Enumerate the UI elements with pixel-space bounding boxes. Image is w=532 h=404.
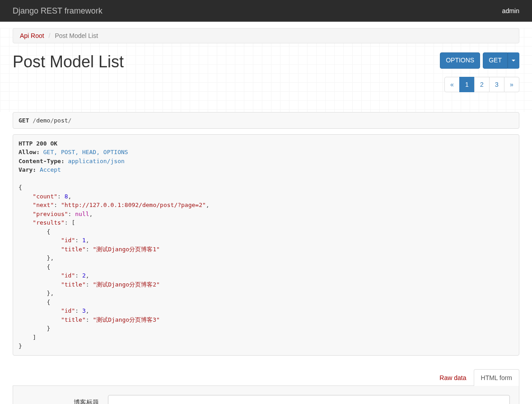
page-2[interactable]: 2	[474, 77, 490, 92]
ctype-label: Content-Type:	[19, 158, 65, 164]
path-sep: /	[68, 117, 72, 124]
response-body: { "count": 8, "next": "http://127.0.0.1:…	[19, 184, 210, 349]
page-3[interactable]: 3	[489, 77, 504, 92]
allow-value: GET, POST, HEAD, OPTIONS	[43, 149, 128, 155]
response-info: HTTP 200 OK Allow: GET, POST, HEAD, OPTI…	[13, 134, 519, 356]
ctype-value: application/json	[68, 158, 125, 164]
request-info: GET /demo/post/	[13, 112, 519, 129]
form-panel: 博客标题 POST	[13, 386, 519, 404]
title-label: 博客标题	[22, 399, 108, 404]
pagination: « 1 2 3 »	[444, 77, 519, 92]
vary-label: Vary:	[19, 166, 36, 173]
title-input[interactable]	[108, 395, 510, 404]
breadcrumb-root[interactable]: Api Root	[20, 32, 44, 39]
path-sep: /	[33, 117, 36, 124]
get-dropdown-toggle[interactable]	[508, 52, 519, 69]
page-1[interactable]: 1	[459, 77, 475, 92]
chevron-down-icon	[512, 60, 515, 61]
request-method: GET	[19, 117, 29, 124]
user-menu[interactable]: admin	[502, 7, 519, 14]
response-status: HTTP 200 OK	[19, 140, 57, 147]
page-next[interactable]: »	[504, 77, 519, 92]
get-button[interactable]: GET	[483, 52, 508, 69]
brand-link[interactable]: Django REST framework	[13, 6, 103, 16]
request-path: /demo/post/	[33, 117, 71, 124]
breadcrumb: Api Root / Post Model List	[13, 28, 519, 43]
vary-value: Accept	[40, 166, 61, 173]
tab-raw-data[interactable]: Raw data	[432, 369, 473, 386]
tab-html-form[interactable]: HTML form	[474, 369, 519, 386]
path-segment: demo	[36, 117, 50, 124]
page-prev[interactable]: «	[444, 77, 460, 92]
page-title: Post Model List	[13, 52, 124, 71]
path-segment: post	[54, 117, 68, 124]
breadcrumb-current: Post Model List	[55, 32, 98, 39]
allow-label: Allow:	[19, 149, 40, 155]
breadcrumb-sep: /	[46, 32, 53, 39]
options-button[interactable]: OPTIONS	[440, 52, 480, 69]
form-tabs: Raw data HTML form	[13, 369, 519, 386]
navbar: Django REST framework admin	[0, 0, 532, 22]
